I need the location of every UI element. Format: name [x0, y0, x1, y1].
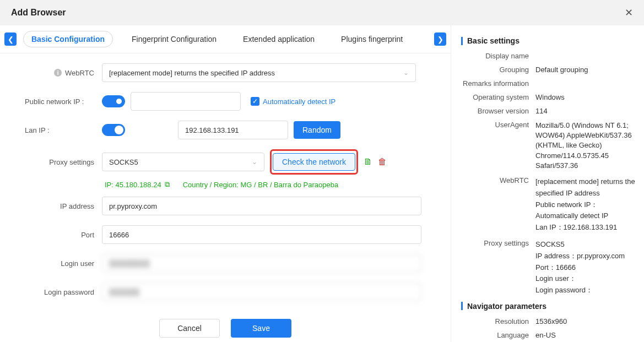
lan-ip-toggle[interactable]	[102, 124, 125, 136]
info-icon: i	[54, 69, 62, 77]
proxy-region-info: Country / Region: MG / BR / Barra do Par…	[183, 181, 339, 189]
resolution-value: 1536x960	[535, 317, 638, 325]
copy-icon[interactable]: ⧉	[165, 180, 170, 189]
bver-key: Browser version	[461, 107, 535, 115]
proxy-key: Proxy settings	[461, 239, 535, 296]
webrtc-select-value: [replacement mode] returns the specified…	[109, 69, 275, 77]
delete-icon[interactable]: 🗑	[378, 157, 387, 167]
resolution-key: Resolution	[461, 317, 535, 325]
login-password-input[interactable]	[102, 283, 421, 301]
basic-settings-head: Basic settings	[467, 36, 519, 45]
save-button[interactable]: Save	[231, 319, 291, 338]
language-value: en-US	[535, 331, 638, 339]
proxy-type-select[interactable]: SOCKS5 ⌄	[102, 153, 264, 171]
check-network-button[interactable]: Check the network	[273, 153, 355, 171]
remarks-key: Remarks information	[461, 79, 535, 88]
check-network-highlight: Check the network	[270, 149, 358, 175]
remarks-value	[535, 79, 638, 88]
tabs-prev-button[interactable]: ❮	[4, 32, 17, 46]
webrtc-value: [replacement mode] returns the specified…	[535, 176, 638, 234]
autodetect-label: Automatically detect IP	[263, 97, 335, 106]
public-ip-label: Public network IP :	[25, 97, 84, 106]
proxy-ip-info: IP: 45.180.188.24	[105, 181, 161, 189]
port-label: Port	[81, 231, 94, 239]
webrtc-key: WebRTC	[461, 176, 535, 234]
webrtc-select[interactable]: [replacement mode] returns the specified…	[102, 63, 416, 82]
navigator-head: Navigator parameters	[467, 302, 546, 311]
tab-fingerprint-configuration[interactable]: Fingerprint Configuration	[124, 31, 224, 47]
os-key: Operating system	[461, 93, 535, 101]
document-icon[interactable]: 🗎	[364, 157, 372, 167]
ua-key: UserAgent	[461, 121, 535, 171]
cancel-button[interactable]: Cancel	[159, 319, 220, 338]
section-mark	[461, 37, 463, 45]
tab-extended-application[interactable]: Extended application	[235, 31, 322, 47]
display-name-key: Display name	[461, 52, 535, 60]
login-password-label: Login password	[44, 288, 94, 296]
login-user-input[interactable]	[102, 254, 421, 273]
port-input[interactable]	[102, 225, 421, 244]
page-title: Add Browser	[11, 8, 66, 18]
tab-basic-configuration[interactable]: Basic Configuration	[23, 31, 113, 47]
ip-address-input[interactable]	[102, 197, 421, 215]
chevron-down-icon: ⌄	[403, 69, 409, 77]
webrtc-label: WebRTC	[65, 69, 94, 77]
lan-ip-label: Lan IP :	[25, 126, 50, 134]
tab-plugins-fingerprint[interactable]: Plugins fingerprint	[333, 31, 410, 47]
ip-address-label: IP address	[60, 202, 94, 210]
proxy-value: SOCKS5 IP address：pr.pyproxy.com Port：16…	[535, 239, 638, 296]
proxy-type-value: SOCKS5	[109, 158, 138, 166]
ua-value: Mozilla/5.0 (Windows NT 6.1; WOW64) Appl…	[535, 121, 638, 171]
login-user-label: Login user	[61, 259, 94, 268]
public-ip-toggle[interactable]	[102, 95, 125, 107]
display-name-value	[535, 52, 638, 60]
close-icon[interactable]: ✕	[625, 7, 633, 19]
random-button[interactable]: Random	[294, 121, 340, 139]
grouping-key: Grouping	[461, 66, 535, 74]
lan-ip-input[interactable]	[178, 121, 288, 139]
os-value: Windows	[535, 93, 638, 101]
grouping-value: Default grouping	[535, 66, 638, 74]
chevron-down-icon: ⌄	[252, 158, 257, 166]
section-mark	[461, 302, 463, 310]
language-key: Language	[461, 331, 535, 339]
proxy-settings-label: Proxy settings	[49, 158, 94, 166]
tabs-next-button[interactable]: ❯	[434, 32, 446, 46]
bver-value: 114	[535, 107, 638, 115]
public-ip-input[interactable]	[131, 92, 241, 111]
autodetect-checkbox[interactable]: ✓	[251, 97, 259, 106]
